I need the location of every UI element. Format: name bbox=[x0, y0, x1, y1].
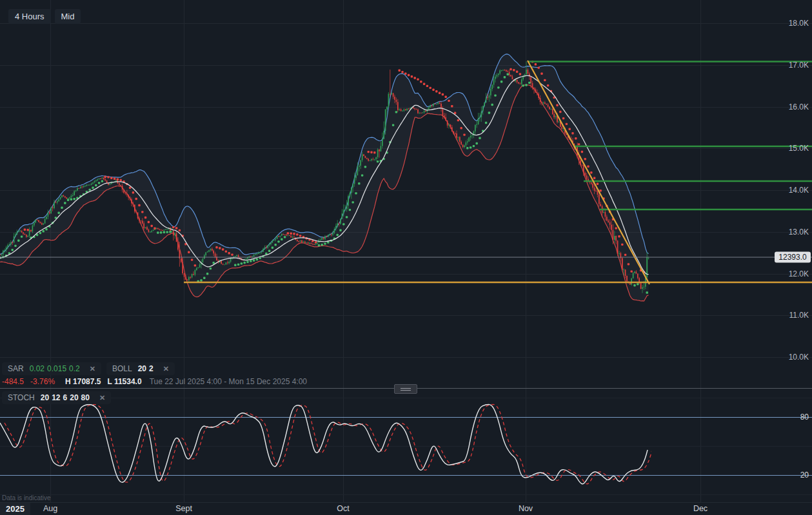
data-indicative-note: Data is indicative bbox=[2, 494, 51, 501]
stoch-legend-row: STOCH 201262080 ✕ bbox=[2, 391, 111, 404]
sar-params: 0.020.0150.2 bbox=[30, 364, 83, 373]
month-label: Oct bbox=[337, 503, 349, 515]
pane-resize-handle[interactable] bbox=[394, 384, 417, 394]
param-value: 12 bbox=[52, 393, 60, 402]
month-label: Aug bbox=[43, 503, 57, 515]
price-mode-button[interactable]: Mid bbox=[55, 9, 81, 24]
grip-lines-icon bbox=[401, 390, 411, 391]
param-value: 2 bbox=[149, 364, 153, 373]
main-chart[interactable] bbox=[0, 0, 812, 388]
stoch-indicator-pill[interactable]: STOCH 201262080 ✕ bbox=[2, 391, 111, 404]
year-label: 2025 bbox=[0, 503, 30, 515]
stoch-close-icon[interactable]: ✕ bbox=[99, 394, 105, 402]
stoch-label: STOCH bbox=[8, 393, 35, 402]
indicator-legend-row: SAR 0.020.0150.2 ✕ BOLL 202 ✕ bbox=[2, 362, 175, 375]
date-range: Tue 22 Jul 2025 4:00 - Mon 15 Dec 2025 4… bbox=[150, 377, 307, 386]
change-percent: -3.76% bbox=[30, 377, 55, 386]
boll-indicator-pill[interactable]: BOLL 202 ✕ bbox=[106, 362, 175, 375]
boll-close-icon[interactable]: ✕ bbox=[163, 365, 169, 373]
param-value: 20 bbox=[70, 393, 78, 402]
month-label: Nov bbox=[519, 503, 533, 515]
stoch-pane[interactable] bbox=[0, 389, 812, 502]
price-axis-label: 15.0K bbox=[777, 144, 809, 153]
price-axis-label: 10.0K bbox=[777, 353, 809, 362]
period-high: H 17087.5 bbox=[65, 377, 101, 386]
sar-indicator-pill[interactable]: SAR 0.020.0150.2 ✕ bbox=[2, 362, 101, 375]
price-axis-label: 11.0K bbox=[777, 311, 809, 320]
stoch-axis-label: 80 bbox=[777, 413, 809, 422]
param-value: 80 bbox=[81, 393, 90, 402]
param-value: 20 bbox=[41, 393, 49, 402]
month-label: Sept bbox=[175, 503, 192, 515]
current-price-tag: 12393.0 bbox=[775, 252, 811, 263]
param-value: 20 bbox=[138, 364, 146, 373]
trading-chart-app: 4 Hours Mid SAR 0.020.0150.2 ✕ BOLL 202 … bbox=[0, 0, 812, 515]
stoch-axis-label: 20 bbox=[777, 471, 809, 480]
param-value: 0.2 bbox=[69, 364, 80, 373]
param-value: 0.02 bbox=[30, 364, 45, 373]
param-value: 0.015 bbox=[47, 364, 66, 373]
price-axis-label: 17.0K bbox=[777, 61, 809, 70]
month-label: Dec bbox=[693, 503, 708, 515]
price-axis-label: 14.0K bbox=[777, 186, 809, 195]
price-stats-row: -484.5 -3.76% H 17087.5 L 11534.0 Tue 22… bbox=[2, 377, 307, 386]
change-value: -484.5 bbox=[2, 377, 24, 386]
sar-label: SAR bbox=[8, 364, 24, 373]
sar-close-icon[interactable]: ✕ bbox=[90, 365, 95, 373]
boll-params: 202 bbox=[138, 364, 156, 373]
stoch-params: 201262080 bbox=[41, 393, 92, 402]
toolbar: 4 Hours Mid bbox=[8, 9, 81, 24]
boll-label: BOLL bbox=[112, 364, 132, 373]
period-low: L 11534.0 bbox=[107, 377, 141, 386]
price-axis-label: 12.0K bbox=[777, 269, 809, 278]
price-axis-label: 13.0K bbox=[777, 228, 809, 237]
price-axis-label: 16.0K bbox=[777, 102, 809, 112]
time-axis[interactable]: 2025 AugSeptOctNovDec bbox=[0, 502, 812, 515]
grip-lines-icon bbox=[401, 388, 411, 389]
timeframe-button[interactable]: 4 Hours bbox=[8, 9, 51, 24]
param-value: 6 bbox=[63, 393, 68, 402]
price-axis-label: 18.0K bbox=[777, 19, 809, 28]
